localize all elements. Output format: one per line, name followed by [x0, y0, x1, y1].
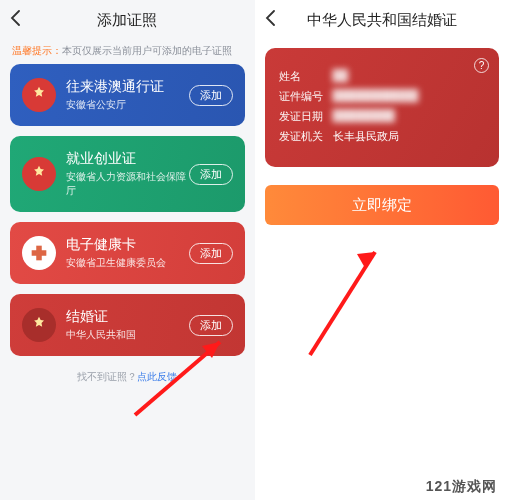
footer-hint: 找不到证照？点此反馈 — [0, 370, 255, 384]
annotation-arrow-icon — [305, 240, 395, 360]
card-title: 电子健康卡 — [66, 236, 189, 254]
back-icon[interactable] — [265, 10, 275, 31]
right-title: 中华人民共和国结婚证 — [307, 11, 457, 30]
card-hk-macao[interactable]: 往来港澳通行证 安徽省公安厅 添加 — [10, 64, 245, 126]
svg-rect-1 — [32, 250, 47, 256]
feedback-link[interactable]: 点此反馈 — [137, 371, 177, 382]
right-topbar: 中华人民共和国结婚证 — [255, 0, 510, 40]
bind-button-label: 立即绑定 — [352, 196, 412, 215]
add-button[interactable]: 添加 — [189, 164, 233, 185]
add-button[interactable]: 添加 — [189, 315, 233, 336]
tip-text: 本页仅展示当前用户可添加的电子证照 — [62, 45, 232, 56]
footer-text: 找不到证照？ — [77, 371, 137, 382]
card-sub: 安徽省卫生健康委员会 — [66, 256, 189, 270]
tip-label: 温馨提示： — [12, 45, 62, 56]
bind-button[interactable]: 立即绑定 — [265, 185, 500, 225]
card-employment[interactable]: 就业创业证 安徽省人力资源和社会保障厅 添加 — [10, 136, 245, 212]
certificate-card: ? 姓名 ██ 证件编号 ███████████ 发证日期 ████████ 发… — [265, 48, 500, 167]
watermark: 121游戏网 — [426, 478, 497, 496]
card-title: 结婚证 — [66, 308, 189, 326]
field-org: 发证机关 长丰县民政局 — [279, 129, 486, 144]
right-screen: 中华人民共和国结婚证 ? 姓名 ██ 证件编号 ███████████ 发证日期… — [255, 0, 510, 500]
field-date: 发证日期 ████████ — [279, 109, 486, 124]
add-button[interactable]: 添加 — [189, 85, 233, 106]
card-sub: 中华人民共和国 — [66, 328, 189, 342]
left-topbar: 添加证照 — [0, 0, 255, 40]
card-list: 往来港澳通行证 安徽省公安厅 添加 就业创业证 安徽省人力资源和社会保障厅 添加… — [0, 64, 255, 366]
field-name: 姓名 ██ — [279, 69, 486, 84]
card-marriage[interactable]: 结婚证 中华人民共和国 添加 — [10, 294, 245, 356]
card-sub: 安徽省人力资源和社会保障厅 — [66, 170, 189, 198]
card-health[interactable]: 电子健康卡 安徽省卫生健康委员会 添加 — [10, 222, 245, 284]
health-icon — [22, 236, 56, 270]
card-sub: 安徽省公安厅 — [66, 98, 189, 112]
left-screen: 添加证照 温馨提示：本页仅展示当前用户可添加的电子证照 往来港澳通行证 安徽省公… — [0, 0, 255, 500]
add-button[interactable]: 添加 — [189, 243, 233, 264]
emblem-icon — [22, 157, 56, 191]
emblem-icon — [22, 78, 56, 112]
field-id: 证件编号 ███████████ — [279, 89, 486, 104]
card-title: 就业创业证 — [66, 150, 189, 168]
card-title: 往来港澳通行证 — [66, 78, 189, 96]
back-icon[interactable] — [10, 10, 20, 31]
tip-bar: 温馨提示：本页仅展示当前用户可添加的电子证照 — [0, 40, 255, 64]
emblem-icon — [22, 308, 56, 342]
left-title: 添加证照 — [97, 11, 157, 30]
